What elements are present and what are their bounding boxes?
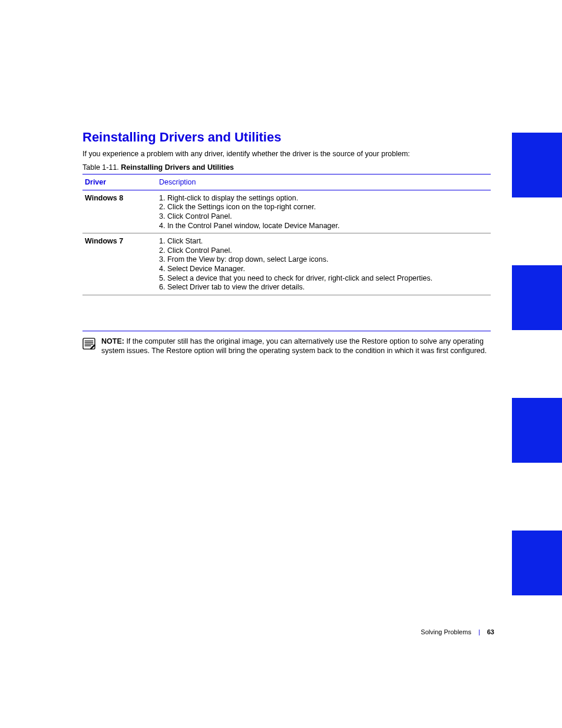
note-icon (82, 338, 95, 350)
table-row-os: Windows 8 (82, 194, 159, 231)
footer-title: Solving Problems (421, 628, 471, 635)
side-tab (512, 531, 562, 595)
table-row: Windows 7 1. Click Start. 2. Click Contr… (82, 233, 491, 295)
step-line: 6. Select Driver tab to view the driver … (159, 283, 491, 292)
table-bottom-rule (82, 331, 491, 331)
table-caption-label: Table 1-11. (82, 163, 119, 172)
step-line: 4. Select Device Manager. (159, 265, 491, 274)
table-header-col2: Description (159, 178, 491, 187)
table-row: Windows 8 1. Right-click to display the … (82, 190, 491, 233)
table-row-steps (159, 299, 491, 327)
table-row-steps: 1. Right-click to display the settings o… (159, 194, 491, 231)
step-line: 1. Click Start. (159, 237, 491, 246)
step-line: 2. Click Control Panel. (159, 246, 491, 256)
side-tab (512, 133, 562, 197)
table-row (82, 295, 491, 331)
note-text: NOTE: If the computer still has the orig… (101, 337, 491, 355)
table-caption: Table 1-11. Reinstalling Drivers and Uti… (82, 163, 491, 172)
side-tab (512, 398, 562, 463)
table-row-os (82, 299, 159, 327)
footer-divider: | (478, 628, 480, 635)
note-body: If the computer still has the original i… (101, 337, 487, 355)
step-line: 4. In the Control Panel window, locate D… (159, 222, 491, 231)
step-line: 3. Click Control Panel. (159, 212, 491, 222)
blank-cell (159, 299, 491, 327)
side-tab (512, 265, 562, 330)
section-title: Reinstalling Drivers and Utilities (82, 130, 491, 145)
step-line: 3. From the View by: drop down, select L… (159, 255, 491, 265)
page-footer: Solving Problems | 63 (421, 628, 494, 635)
table-row-os: Windows 7 (82, 237, 159, 292)
table-row-steps: 1. Click Start. 2. Click Control Panel. … (159, 237, 491, 292)
note-label: NOTE: (101, 337, 124, 345)
section-intro: If you experience a problem with any dri… (82, 150, 491, 159)
footer-page: 63 (487, 628, 494, 635)
page-content: Reinstalling Drivers and Utilities If yo… (82, 130, 491, 355)
step-line: 5. Select a device that you need to chec… (159, 274, 491, 284)
driver-table: Table 1-11. Reinstalling Drivers and Uti… (82, 163, 491, 331)
note-block: NOTE: If the computer still has the orig… (82, 337, 491, 355)
table-header-row: Driver Description (82, 174, 491, 190)
step-line: 2. Click the Settings icon on the top-ri… (159, 203, 491, 212)
step-line: 1. Right-click to display the settings o… (159, 194, 491, 203)
table-caption-text: Reinstalling Drivers and Utilities (121, 163, 234, 172)
table-header-col1: Driver (82, 178, 159, 187)
